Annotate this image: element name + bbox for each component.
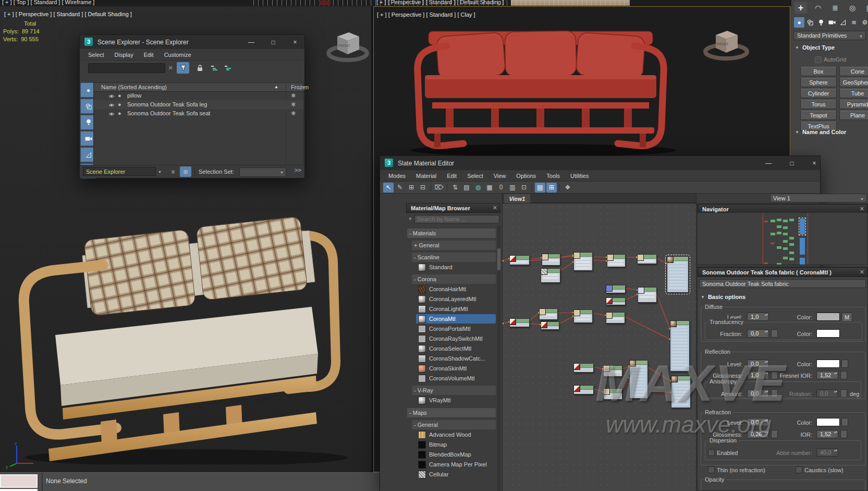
select-tool-icon[interactable]: ↖ [383, 183, 394, 193]
show-shaded-material-in-viewport-icon[interactable]: ◍ [473, 183, 483, 193]
viewcube[interactable]: FRONT [321, 21, 371, 67]
primitive-button-teapot[interactable]: Teapot [800, 111, 837, 120]
tree-group[interactable]: - General [412, 420, 496, 429]
systems-category-icon[interactable]: ⚙ [860, 17, 868, 28]
material-node[interactable] [670, 320, 690, 372]
autogrid-checkbox[interactable] [815, 56, 822, 63]
helpers-category-icon[interactable] [838, 17, 848, 28]
display-tab-icon[interactable]: ▣ [863, 2, 868, 14]
create-tab-icon[interactable]: + [794, 2, 807, 14]
node-graph-canvas[interactable] [502, 203, 696, 491]
maximize-button[interactable]: □ [785, 159, 799, 167]
material-search-input[interactable] [414, 215, 499, 223]
browser-panel-header[interactable]: Material/Map Browser✕ [406, 203, 500, 213]
close-button[interactable]: × [288, 38, 302, 46]
filter-selected-icon[interactable] [177, 62, 189, 74]
material-item[interactable]: BlendedBoxMap [416, 450, 496, 459]
basic-options-rollout[interactable]: ▼Basic options [701, 294, 745, 300]
material-node[interactable] [629, 360, 648, 399]
fresnel-ior-map-button[interactable] [840, 371, 847, 379]
map-node[interactable] [541, 321, 559, 330]
expand-all-icon[interactable] [208, 62, 221, 74]
map-node[interactable] [573, 363, 594, 373]
visibility-eye-icon[interactable] [108, 93, 115, 100]
material-item[interactable]: CoronaShadowCatc... [416, 354, 496, 363]
material-item[interactable]: CoronaMtl [416, 314, 496, 324]
collapse-all-icon[interactable] [222, 62, 234, 74]
clear-search-icon[interactable]: ✕ [166, 62, 175, 74]
tree-group[interactable]: - Corona [412, 274, 496, 284]
map-node[interactable] [606, 297, 626, 305]
hierarchy-tab-icon[interactable]: ≣ [829, 2, 841, 14]
thin-refraction-checkbox[interactable] [708, 466, 715, 473]
map-node[interactable] [573, 385, 594, 394]
cameras-category-icon[interactable] [827, 17, 837, 28]
material-node[interactable] [667, 256, 689, 293]
material-item[interactable]: CoronaSkinMtl [416, 364, 496, 373]
space-warps-category-icon[interactable]: ≋ [849, 17, 859, 28]
slate-titlebar[interactable]: 3 Slate Material Editor — □ × [380, 156, 820, 171]
render-dot-icon[interactable]: ● [118, 101, 121, 107]
reflection-color-swatch[interactable] [816, 360, 840, 368]
tree-group[interactable]: - Maps [407, 408, 496, 417]
object-name[interactable]: Sonoma Outdoor Teak Sofa seat [127, 110, 210, 116]
delete-selected-icon[interactable]: ⌦ [434, 183, 444, 193]
refraction-color-map-button[interactable] [841, 418, 848, 426]
map-node[interactable] [539, 308, 558, 320]
menu-modes[interactable]: Modes [383, 173, 411, 179]
map-node[interactable] [603, 365, 622, 377]
modify-tab-icon[interactable]: ◠ [812, 2, 824, 14]
close-panel-icon[interactable]: ✕ [860, 206, 864, 212]
primitive-button-cylinder[interactable]: Cylinder [800, 89, 837, 98]
put-material-to-scene-icon[interactable]: ⊞ [406, 183, 417, 193]
visibility-eye-icon[interactable] [108, 102, 115, 109]
anisotropy-rotation-spinner[interactable]: 0,0▴▾ [816, 389, 838, 398]
selection-set-dropdown[interactable]: ▼ [239, 167, 286, 177]
primitive-button-tube[interactable]: Tube [839, 89, 868, 98]
list-column-header[interactable]: Name (Sorted Ascending) ▲ Frozen [94, 83, 303, 92]
map-node[interactable] [607, 254, 626, 267]
close-panel-icon[interactable]: ✕ [493, 205, 497, 211]
material-item[interactable]: CoronaLayeredMtl [416, 294, 496, 304]
map-node[interactable] [606, 312, 625, 324]
menu-display[interactable]: Display [109, 52, 139, 58]
browser-toggle-icon[interactable]: ⊞ [546, 183, 557, 193]
scrollbar-thumb[interactable] [497, 248, 500, 270]
footer-more-chevron[interactable]: >> [295, 167, 301, 173]
hide-unused-nodeslots-icon[interactable]: ▤ [461, 183, 472, 193]
refraction-ior-spinner[interactable]: 1,52▴▾ [816, 430, 838, 438]
map-node[interactable] [541, 268, 560, 283]
scene-object-row[interactable]: ●pillow✱ [94, 91, 303, 100]
frozen-icon[interactable]: ✱ [291, 110, 296, 117]
map-node[interactable] [637, 254, 657, 264]
material-item[interactable]: CoronaLightMtl [416, 304, 496, 314]
viewcube[interactable]: FRONT [697, 21, 754, 65]
primitive-button-pyramid[interactable]: Pyramid [839, 100, 868, 109]
visibility-eye-icon[interactable] [108, 111, 115, 117]
material-item[interactable]: VRayMtl [416, 396, 496, 405]
active-view-dropdown[interactable]: View 1 ▼ [770, 194, 867, 202]
primitive-button-geosphere[interactable]: GeoSphere [839, 78, 868, 87]
diffuse-level-spinner[interactable]: 1,0▴▾ [747, 313, 769, 321]
map-node[interactable] [606, 285, 626, 293]
parameter-editor-toggle-icon[interactable]: ▤ [535, 183, 545, 193]
minimize-button[interactable]: — [244, 38, 258, 46]
refraction-glossiness-spinner[interactable]: 0,26▴▾ [747, 430, 769, 438]
layout-all-icon[interactable]: ▥ [507, 183, 518, 193]
assign-material-to-selection-icon[interactable]: ⊟ [418, 183, 428, 193]
diffuse-color-swatch[interactable] [816, 313, 840, 321]
scene-object-row[interactable]: ●Sonoma Outdoor Teak Sofa leg✱ [94, 100, 303, 109]
primitive-button-plane[interactable]: Plane [839, 111, 868, 120]
menu-select[interactable]: Select [462, 173, 488, 179]
material-name-field[interactable]: Sonoma Outdoor Teak Sofa fabric [699, 279, 866, 288]
caustics-checkbox[interactable] [796, 466, 802, 473]
object-name[interactable]: pillow [127, 92, 142, 99]
tree-group[interactable]: + General [412, 241, 496, 250]
material-item[interactable]: CoronaSelectMtl [416, 344, 496, 353]
material-node[interactable] [671, 376, 691, 408]
layer-explorer-icon[interactable]: ≡ [167, 166, 179, 177]
name-and-color-rollout[interactable]: ▼Name and Color [795, 129, 846, 135]
map-node[interactable] [542, 254, 560, 266]
material-item[interactable]: CoronaVolumeMtl [416, 374, 496, 383]
material-item[interactable]: Cellular [416, 470, 496, 479]
